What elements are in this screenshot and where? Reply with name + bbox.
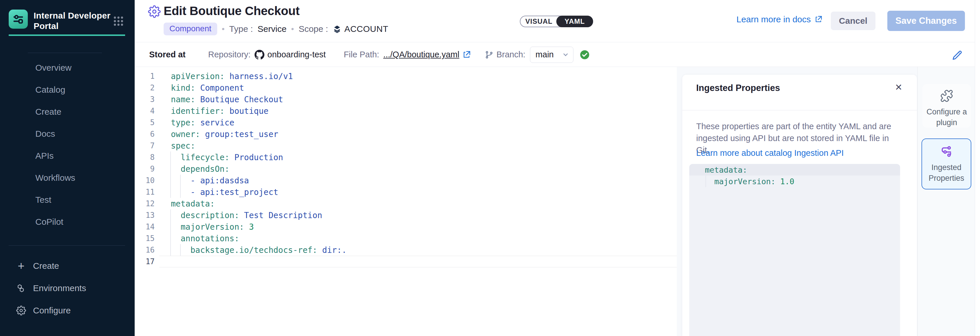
scrollbar-gutter[interactable]	[975, 0, 980, 336]
edit-pencil-icon[interactable]	[951, 49, 964, 62]
entity-gear-icon	[148, 5, 161, 18]
sidebar-item-overview[interactable]: Overview	[35, 62, 135, 73]
indent-guide	[180, 186, 181, 198]
indent-guide	[705, 175, 706, 187]
editor-line[interactable]: 11 - api:test_project	[135, 186, 677, 198]
sidebar-item-create[interactable]: Create	[35, 106, 135, 117]
ingested-properties-icon	[940, 145, 953, 158]
panel-divider	[682, 110, 917, 110]
editor-line[interactable]: 12metadata:	[135, 198, 677, 209]
editor-line[interactable]: 8 lifecycle: Production	[135, 151, 677, 163]
page-title: Edit Boutique Checkout	[164, 4, 299, 18]
sidebar-item-test[interactable]: Test	[35, 194, 135, 205]
hexagons-icon	[16, 283, 26, 293]
editor-line[interactable]: 14 majorVersion: 3	[135, 221, 677, 232]
editor-line[interactable]: 9 dependsOn:	[135, 163, 677, 175]
yaml-editor[interactable]: 1apiVersion: harness.io/v12kind: Compone…	[135, 67, 677, 336]
editor-lines: 1apiVersion: harness.io/v12kind: Compone…	[135, 70, 677, 268]
git-branch-icon	[485, 50, 493, 59]
sidebar-item-catalog[interactable]: Catalog	[35, 84, 135, 95]
editor-line[interactable]: 17	[135, 256, 677, 268]
sidebar-item-docs[interactable]: Docs	[35, 128, 135, 139]
ingested-properties-card[interactable]: Ingested Properties	[921, 139, 971, 189]
sidebar-item-copilot[interactable]: CoPilot	[35, 217, 135, 228]
sidebar-item-configure[interactable]: Configure	[16, 304, 135, 317]
indent-guide	[180, 244, 181, 256]
app-title: Internal Developer Portal	[33, 10, 115, 31]
editor-line[interactable]: 16 backstage.io/techdocs-ref: dir:.	[135, 244, 677, 256]
indent-guide	[170, 186, 171, 198]
sidebar-item-label: Create	[33, 261, 59, 271]
code-text: lifecycle: Production	[154, 153, 283, 162]
external-link-icon	[815, 15, 822, 24]
line-number: 10	[135, 176, 154, 185]
code-text: majorVersion: 3	[154, 222, 254, 232]
editor-line[interactable]: 7spec:	[135, 140, 677, 151]
editor-line[interactable]: 5type: service	[135, 117, 677, 128]
code-text: name: Boutique Checkout	[154, 95, 283, 104]
cancel-button[interactable]: Cancel	[831, 11, 875, 30]
code-text: backstage.io/techdocs-ref: dir:.	[154, 245, 347, 255]
editor-line[interactable]: 2kind: Component	[135, 82, 677, 94]
line-number: 5	[135, 118, 154, 127]
editor-line[interactable]: 1apiVersion: harness.io/v1	[135, 70, 677, 82]
save-changes-button[interactable]: Save Changes	[887, 11, 965, 31]
file-path-link[interactable]: .../QA/boutique.yaml	[383, 50, 459, 59]
branch-select[interactable]: main	[530, 47, 573, 63]
scope-value: ACCOUNT	[344, 24, 388, 34]
line-number: 13	[135, 211, 154, 220]
sidebar-item-environments[interactable]: Environments	[16, 282, 135, 294]
page-header: Edit Boutique Checkout Component • Type …	[135, 0, 975, 42]
line-number: 3	[135, 95, 154, 104]
sidebar-item-apis[interactable]: APIs	[35, 150, 135, 161]
github-icon	[255, 50, 264, 60]
app-switcher-grid-icon[interactable]	[112, 15, 124, 27]
sidebar-item-create[interactable]: + Create	[16, 260, 135, 272]
editor-line[interactable]: 4identifier: boutique	[135, 105, 677, 117]
line-number: 2	[135, 83, 154, 92]
stored-at-label: Stored at	[149, 50, 186, 59]
code-text: kind: Component	[154, 83, 244, 93]
file-external-link-icon[interactable]	[462, 50, 471, 59]
indent-guide	[170, 163, 171, 175]
code-text: annotations:	[154, 234, 239, 243]
ingested-code-lines: metadata: majorVersion: 1.0	[689, 164, 900, 187]
sidebar-bottom-group: + Create Environments Configure	[0, 260, 135, 327]
code-text: type: service	[154, 118, 234, 127]
editor-line[interactable]: metadata:	[689, 164, 900, 175]
close-icon[interactable]: ✕	[895, 83, 902, 92]
branch-value: main	[536, 50, 554, 59]
line-number: 16	[135, 246, 154, 254]
learn-more-link[interactable]: Learn more in docs	[737, 14, 822, 24]
editor-line[interactable]: 10 - api:dasdsa	[135, 175, 677, 186]
entity-meta-row: Component • Type : Service • Scope : ACC…	[164, 22, 388, 35]
rail-card-label: Ingested Properties	[922, 162, 971, 184]
code-text: majorVersion: 1.0	[689, 177, 794, 186]
editor-line[interactable]: 6owner: group:test_user	[135, 128, 677, 140]
configure-plugin-card[interactable]: Configure a plugin	[923, 84, 971, 128]
code-text: owner: group:test_user	[154, 129, 278, 139]
gear-icon	[16, 306, 26, 315]
indent-guide	[170, 209, 171, 221]
line-number: 7	[135, 141, 154, 150]
branch-valid-check-icon	[580, 50, 590, 60]
code-text: metadata:	[689, 166, 747, 174]
sliders-logo-icon	[12, 13, 25, 25]
indent-guide	[170, 232, 171, 244]
rail-card-label: Configure a plugin	[923, 107, 971, 128]
sidebar-item-workflows[interactable]: Workflows	[35, 172, 135, 183]
branch-label: Branch:	[496, 50, 525, 59]
editor-line[interactable]: 15 annotations:	[135, 232, 677, 244]
accent-underline	[9, 35, 125, 36]
repository-label: Repository:	[208, 50, 251, 59]
editor-line[interactable]: majorVersion: 1.0	[689, 175, 900, 187]
editor-line[interactable]: 13 description: Test Description	[135, 209, 677, 221]
ingestion-api-link[interactable]: Learn more about catalog Ingestion API	[696, 148, 843, 158]
line-number: 11	[135, 188, 154, 196]
toggle-visual[interactable]: VISUAL	[520, 16, 557, 27]
editor-line[interactable]: 3name: Boutique Checkout	[135, 94, 677, 105]
sidebar-item-label: Environments	[33, 283, 86, 293]
toggle-yaml[interactable]: YAML	[556, 16, 593, 27]
plugin-icon	[940, 89, 953, 102]
code-text: spec:	[154, 141, 195, 151]
